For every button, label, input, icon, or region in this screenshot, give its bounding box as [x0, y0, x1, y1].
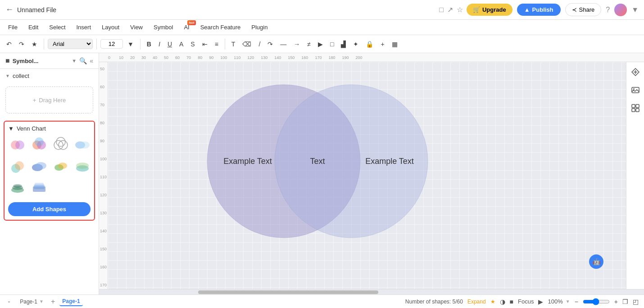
bold-button[interactable]: B — [144, 39, 154, 50]
format-painter-button[interactable]: ★ — [29, 39, 40, 50]
share-button[interactable]: ≺ Share — [565, 3, 602, 16]
publish-button[interactable]: ▲ Publish — [517, 4, 561, 16]
horizontal-scrollbar[interactable] — [99, 289, 644, 294]
more-button[interactable]: + — [378, 39, 387, 50]
line-color-button[interactable]: / — [256, 39, 263, 50]
right-format-button[interactable] — [629, 66, 642, 78]
underline-button[interactable]: U — [165, 39, 175, 50]
hot-badge: hot — [187, 20, 195, 25]
drag-here-area[interactable]: + Drag Here — [5, 86, 93, 113]
menu-bar: File Edit Select Insert Layout View Symb… — [0, 20, 644, 35]
upgrade-button[interactable]: 🛒 Upgrade — [467, 4, 512, 16]
venn-section-title[interactable]: ▼ Venn Chart — [8, 125, 91, 132]
font-color-button[interactable]: A — [177, 39, 186, 50]
arrow-style-button[interactable]: → — [291, 39, 303, 50]
expand-link[interactable]: Expand — [467, 299, 486, 305]
lock-button[interactable]: 🔒 — [363, 39, 376, 50]
effects-button[interactable]: ✦ — [350, 39, 361, 50]
svg-rect-28 — [632, 104, 635, 108]
play-icon[interactable]: ▶ — [538, 298, 543, 305]
help-icon[interactable]: ? — [606, 6, 610, 14]
crop-status-icon[interactable]: ■ — [510, 298, 513, 305]
menu-view[interactable]: View — [126, 22, 147, 32]
zoom-in-button[interactable]: + — [614, 298, 618, 305]
text-style-button[interactable]: T — [229, 39, 238, 50]
zoom-dropdown-icon[interactable]: ▼ — [566, 299, 570, 304]
redo-button[interactable]: ↷ — [16, 39, 27, 50]
venn-diagram[interactable]: Example Text Text Example Text — [189, 76, 441, 247]
horizontal-ruler: 0 10 20 30 40 50 60 70 80 90 100 110 120… — [99, 53, 644, 62]
shape-item-9[interactable] — [8, 179, 27, 198]
line-style-button[interactable]: — — [277, 39, 289, 50]
add-shapes-button[interactable]: Add Shapes — [8, 202, 91, 216]
page-1-tab[interactable]: Page-1 ▼ — [17, 298, 46, 306]
line-weight-button[interactable]: ≠ — [304, 39, 313, 50]
italic-button[interactable]: I — [156, 39, 163, 50]
clear-format-button[interactable]: ⌫ — [240, 39, 254, 50]
save-icon[interactable]: □ — [439, 6, 444, 14]
bot-icon[interactable]: 🤖 — [589, 254, 603, 269]
scrollbar-thumb[interactable] — [198, 290, 378, 294]
strikethrough-button[interactable]: S — [188, 39, 197, 50]
menu-insert[interactable]: Insert — [72, 22, 96, 32]
avatar[interactable] — [614, 4, 627, 16]
add-page-button[interactable]: + — [51, 298, 55, 306]
page-dropdown-icon: ▼ — [39, 299, 44, 304]
sidebar-actions: 🔍 « — [79, 57, 93, 64]
menu-symbol[interactable]: Symbol — [149, 22, 177, 32]
table-button[interactable]: ▟ — [338, 39, 349, 50]
layers-icon[interactable]: ◑ — [500, 298, 505, 305]
menu-select[interactable]: Select — [45, 22, 70, 32]
right-grid-button[interactable] — [629, 102, 642, 114]
font-size-input[interactable] — [100, 39, 123, 49]
status-bar: ▫ Page-1 ▼ + Page-1 Number of shapes: 5/… — [0, 294, 644, 308]
venn-section: ▼ Venn Chart — [4, 121, 95, 221]
menu-plugin[interactable]: Plugin — [247, 22, 272, 32]
image-button[interactable]: ▶ — [315, 39, 326, 50]
settings-panel-button[interactable]: ◰ — [633, 298, 639, 305]
zoom-slider[interactable] — [583, 298, 610, 305]
shape-item-1[interactable] — [8, 136, 27, 154]
shape-item-4[interactable] — [73, 136, 92, 154]
zoom-out-button[interactable]: − — [575, 298, 578, 305]
align-center-button[interactable]: ≡ — [212, 39, 221, 50]
collect-section[interactable]: ▼ collect — [0, 69, 99, 83]
shape-item-3[interactable] — [51, 136, 70, 154]
shape-item-7[interactable] — [51, 157, 70, 176]
align-left-button[interactable]: ⇤ — [200, 39, 210, 50]
menu-edit[interactable]: Edit — [24, 22, 43, 32]
export-icon[interactable]: ↗ — [447, 5, 453, 14]
font-size-dropdown[interactable]: ▼ — [125, 39, 136, 50]
page-icon[interactable]: ▫ — [5, 298, 13, 306]
canvas[interactable]: Example Text Text Example Text 🤖 — [108, 62, 626, 289]
venn-right-text: Example Text — [365, 157, 414, 166]
active-page-tab[interactable]: Page-1 — [59, 297, 82, 306]
menu-file[interactable]: File — [4, 22, 22, 32]
shape-item-5[interactable] — [8, 157, 27, 176]
collapse-icon[interactable]: « — [90, 57, 93, 64]
venn-title: Venn Chart — [17, 125, 46, 132]
title-bar: ← Unnamed File □ ↗ ☆ 🛒 Upgrade ▲ Publish… — [0, 0, 644, 20]
shape-item-6[interactable] — [30, 157, 49, 176]
shape-item-8[interactable] — [73, 157, 92, 176]
star-icon[interactable]: ☆ — [457, 5, 463, 14]
symbol-title: Symbol... — [13, 58, 69, 64]
focus-label[interactable]: Focus — [518, 298, 534, 305]
fullscreen-button[interactable]: ❐ — [622, 298, 628, 305]
crop-button[interactable]: □ — [327, 39, 336, 50]
grid-button[interactable]: ▦ — [389, 39, 400, 50]
canvas-area: 0 10 20 30 40 50 60 70 80 90 100 110 120… — [99, 53, 644, 294]
menu-ai[interactable]: AI hot — [179, 22, 194, 32]
back-button[interactable]: ← — [5, 5, 14, 14]
shape-item-10[interactable] — [30, 179, 49, 198]
undo-button[interactable]: ↶ — [4, 39, 14, 50]
search-icon[interactable]: 🔍 — [79, 57, 87, 64]
menu-search-feature[interactable]: Search Feature — [196, 22, 245, 32]
status-star-icon[interactable]: ★ — [490, 299, 495, 305]
right-image-button[interactable] — [629, 84, 642, 96]
font-family-select[interactable]: Arial — [48, 39, 93, 49]
connector-button[interactable]: ↷ — [265, 39, 276, 50]
shape-item-2[interactable] — [30, 136, 49, 154]
menu-layout[interactable]: Layout — [97, 22, 124, 32]
account-dropdown-icon[interactable]: ▼ — [631, 6, 639, 14]
